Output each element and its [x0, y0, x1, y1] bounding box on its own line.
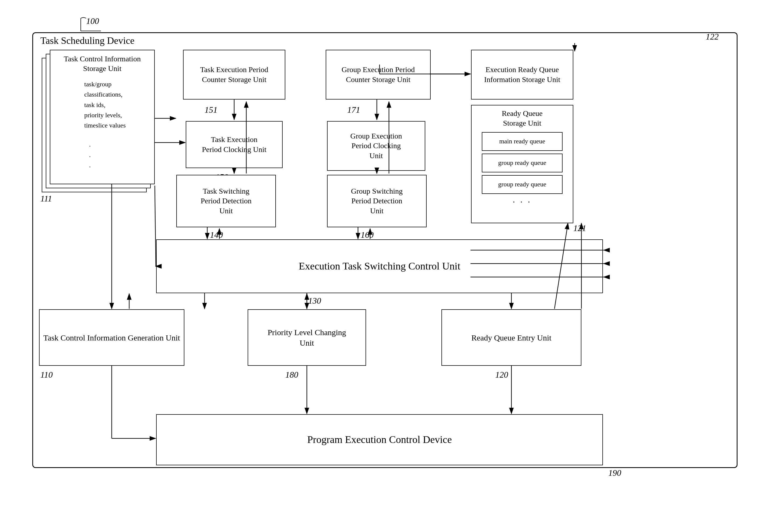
- ready-queue-storage-label: Ready QueueStorage Unit: [502, 109, 543, 128]
- task-exec-period-clocking-box: Task ExecutionPeriod Clocking Unit: [186, 121, 283, 168]
- group-exec-period-counter-box: Group Execution PeriodCounter Storage Un…: [326, 50, 431, 100]
- priority-level-changing-box: Priority Level ChangingUnit: [248, 309, 366, 366]
- ref-130: 130: [308, 296, 321, 306]
- ready-queue-storage-box: Ready QueueStorage Unit main ready queue…: [471, 105, 573, 223]
- ref-180: 180: [285, 370, 298, 380]
- dots-label: · · ·: [513, 197, 532, 208]
- task-control-info-storage-box: Task Control InformationStorage Unit tas…: [50, 50, 155, 184]
- ref-171: 171: [347, 105, 360, 115]
- exec-task-switching-box: Execution Task Switching Control Unit: [156, 239, 603, 293]
- ref-120: 120: [495, 370, 508, 380]
- ref-151: 151: [205, 105, 218, 115]
- ref-122: 122: [706, 32, 719, 42]
- group-exec-period-clocking-box: Group ExecutionPeriod ClockingUnit: [327, 121, 425, 171]
- task-switching-period-box: Task SwitchingPeriod DetectionUnit: [176, 175, 276, 227]
- ref-121: 121: [573, 223, 586, 233]
- ready-queue-entry-box: Ready Queue Entry Unit: [441, 309, 582, 366]
- main-ready-queue-box: main ready queue: [482, 132, 563, 151]
- task-control-info-gen-box: Task Control Information Generation Unit: [39, 309, 184, 366]
- ref-111: 111: [40, 194, 52, 204]
- ref-100: 100: [86, 16, 99, 26]
- ref-190: 190: [608, 468, 621, 478]
- group-switching-period-box: Group SwitchingPeriod DetectionUnit: [327, 175, 427, 227]
- group-ready-queue-1-box: group ready queue: [482, 154, 563, 172]
- program-exec-control-box: Program Execution Control Device: [156, 414, 603, 465]
- task-control-info-storage-label: Task Control InformationStorage Unit: [64, 54, 141, 74]
- group-ready-queue-2-box: group ready queue: [482, 175, 563, 194]
- exec-ready-queue-info-box: Execution Ready QueueInformation Storage…: [471, 50, 573, 100]
- task-exec-period-counter-box: Task Execution PeriodCounter Storage Uni…: [183, 50, 285, 100]
- outer-box-label: Task Scheduling Device: [40, 35, 134, 46]
- stacked-content: task/groupclassifications,task ids,prior…: [79, 79, 126, 172]
- ref-140: 140: [210, 230, 223, 240]
- ref-160: 160: [361, 230, 374, 240]
- ref-110: 110: [40, 370, 53, 380]
